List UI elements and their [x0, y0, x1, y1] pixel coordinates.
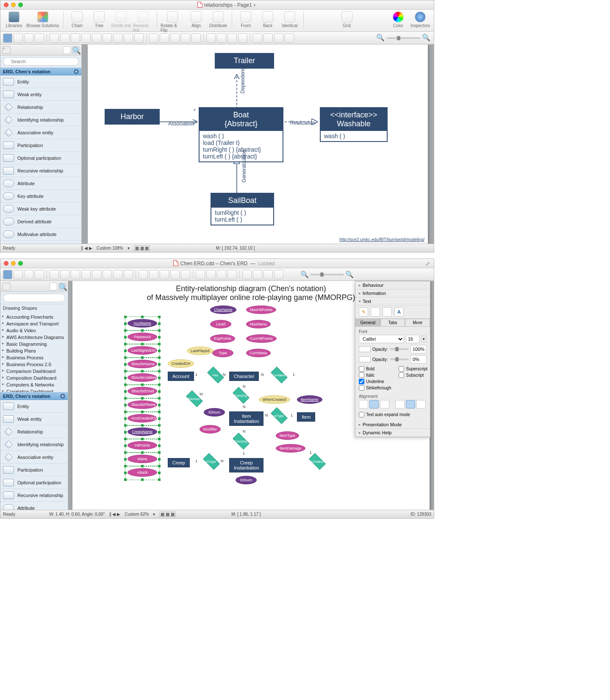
attr-lastplayed[interactable]: LastPlayed	[187, 347, 214, 355]
font-size-input[interactable]	[406, 335, 419, 343]
c6[interactable]	[103, 270, 112, 279]
selected-attr[interactable]: Password	[128, 333, 157, 342]
spline-1[interactable]	[206, 33, 216, 43]
arrow-1[interactable]	[149, 33, 158, 43]
attr-type[interactable]: Type	[212, 349, 233, 357]
chk-underline[interactable]: Underline	[359, 379, 391, 384]
lock-icon[interactable]	[383, 307, 392, 317]
zoom-out-tool[interactable]	[263, 33, 273, 43]
z1[interactable]	[242, 270, 252, 279]
pointer-tool[interactable]	[3, 270, 12, 279]
attr-itemtype[interactable]: ItemType	[276, 431, 299, 440]
rel-contains2[interactable]: Contains	[309, 453, 326, 470]
chk-sub[interactable]: Subscript	[399, 372, 427, 378]
attr-itemname[interactable]: ItemName	[297, 395, 322, 404]
lib-item[interactable]: Weak entity	[0, 88, 81, 101]
lib-item[interactable]: Associative entity	[0, 451, 68, 464]
canvas-area[interactable]: Trailer Harbor Boat {Abstract} wash ( )l…	[82, 44, 434, 244]
pointer-tool[interactable]	[3, 33, 12, 43]
rel-contains[interactable]: Contains	[271, 367, 288, 383]
connector-1[interactable]	[71, 33, 80, 43]
c8[interactable]	[124, 270, 133, 279]
hand-tool[interactable]	[274, 33, 283, 43]
spline-4[interactable]	[238, 33, 247, 43]
close-library-icon[interactable]: ×	[74, 69, 79, 74]
attr-whencreated[interactable]: WhenCreated	[259, 395, 290, 404]
selected-attr[interactable]: SbscrbrAddress	[128, 373, 157, 383]
uml-sailboat[interactable]: SailBoat turnRight ( )turnLeft ( )	[211, 193, 274, 225]
section-text[interactable]: Text	[355, 297, 430, 306]
section-presentation[interactable]: Presentation Mode	[355, 421, 430, 429]
a4[interactable]	[170, 270, 180, 279]
attr-idnum2[interactable]: IDNum	[236, 476, 257, 484]
c1[interactable]	[50, 270, 59, 279]
browse-solutions-button[interactable]: Browse Solutions	[26, 11, 60, 28]
category-item[interactable]: Correlation Dashboard	[0, 388, 68, 392]
arrow-4[interactable]	[181, 33, 190, 43]
category-item[interactable]: Computers & Networks	[0, 381, 68, 388]
connector-6[interactable]	[124, 33, 133, 43]
selected-attr[interactable]: Mana	[128, 455, 157, 464]
uml-washable[interactable]: <<interface>> Washable wash ( )	[320, 107, 388, 142]
rounded-tool[interactable]	[35, 33, 44, 43]
c4[interactable]	[81, 270, 91, 279]
opacity-value-1[interactable]	[410, 345, 427, 353]
spline-2[interactable]	[217, 33, 226, 43]
lib-item[interactable]: Key attribute	[0, 190, 81, 203]
selected-attr[interactable]: SbscrbrPhone	[128, 400, 157, 410]
search-icon[interactable]: 🔍	[72, 46, 80, 54]
arrow-2[interactable]	[160, 33, 169, 43]
arrow-3[interactable]	[170, 33, 180, 43]
zoom-slider[interactable]	[387, 37, 421, 39]
zoom-icon[interactable]	[18, 3, 23, 7]
category-item[interactable]: Basic Diagramming	[0, 341, 68, 347]
traffic-lights[interactable]	[4, 3, 23, 7]
minimize-icon[interactable]	[11, 3, 16, 7]
rel-carrying2[interactable]: Carrying	[233, 433, 250, 450]
rel-istype2[interactable]: IsType	[203, 453, 220, 470]
lib-item[interactable]: Recursive relationship	[0, 489, 68, 502]
chk-bold[interactable]: Bold	[359, 366, 391, 372]
z2[interactable]	[253, 270, 262, 279]
zoom-value[interactable]: Custom 108%	[97, 246, 123, 250]
category-item[interactable]: Audio & Video	[0, 327, 68, 334]
section-dynamic-help[interactable]: Dynamic Help	[355, 429, 430, 437]
attr-currhp[interactable]: CurrHitPoints	[246, 334, 277, 343]
category-item[interactable]: Business Process	[0, 354, 68, 361]
arrow-5[interactable]	[191, 33, 201, 43]
inspectors-button[interactable]: Inspectors	[410, 11, 430, 28]
eyedropper-tool[interactable]	[285, 33, 294, 43]
attr-exppoints[interactable]: ExpPoints	[210, 334, 235, 343]
selected-attr[interactable]: AcctCreatedOn	[128, 414, 157, 423]
chk-italic[interactable]: Italic	[359, 372, 391, 378]
front-button[interactable]: Front	[236, 11, 256, 28]
category-item[interactable]: Composition Dashboard	[0, 375, 68, 381]
c7[interactable]	[113, 270, 122, 279]
chk-auto-expand[interactable]: Text auto expand mode	[359, 412, 427, 417]
lib-item[interactable]: Recursive relationship	[0, 164, 81, 177]
search-input-2[interactable]	[3, 294, 65, 302]
entity-item[interactable]: Item	[297, 412, 315, 422]
tab-more[interactable]: More	[405, 319, 430, 327]
entity-character[interactable]: Character	[229, 372, 259, 381]
chk-super[interactable]: Superscript	[399, 366, 427, 372]
selected-attr[interactable]: CreepName	[128, 428, 157, 437]
lib-item[interactable]: Identifying relationship	[0, 114, 81, 126]
stroke-swatch[interactable]	[359, 356, 371, 362]
attr-maxhp[interactable]: MaxHitPoints	[246, 306, 276, 314]
distribute-button[interactable]: Distribute	[208, 11, 228, 28]
connector-5[interactable]	[113, 33, 122, 43]
attr-idnum[interactable]: IDNum	[204, 408, 225, 417]
color-button[interactable]: Color	[388, 11, 408, 28]
c5[interactable]	[92, 270, 101, 279]
tab-tabs[interactable]: Tabs	[380, 319, 405, 327]
inspector-panel[interactable]: Behaviour Information Text ✎ A General T…	[355, 281, 430, 437]
lib-item[interactable]: Entity	[0, 400, 68, 413]
lib-item[interactable]: Participation	[0, 139, 81, 152]
search-icon[interactable]: 🔍	[58, 283, 66, 290]
traffic-lights-2[interactable]	[4, 261, 23, 266]
s3[interactable]	[217, 270, 226, 279]
reverse-link-button[interactable]: Reverse link	[133, 11, 153, 33]
rel-istype[interactable]: IsType	[271, 407, 288, 424]
pencil-icon[interactable]: ✎	[359, 307, 368, 317]
